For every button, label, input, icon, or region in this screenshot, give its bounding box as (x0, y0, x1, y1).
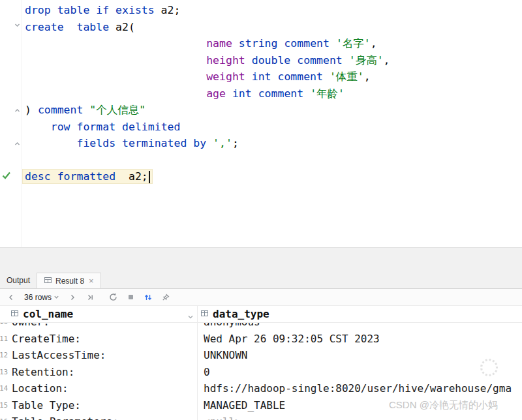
code-token (25, 70, 206, 83)
loading-spinner-watermark (480, 359, 498, 376)
code-token: drop table if exists (25, 4, 155, 16)
code-line[interactable]: drop table if exists a2; (25, 2, 522, 19)
sort-chevron-icon[interactable] (187, 310, 194, 323)
page-size-label: 36 rows (24, 293, 52, 302)
row-number: 14 (0, 380, 9, 397)
code-token: '名字' (336, 37, 371, 50)
cell-data-type[interactable]: 0 (198, 364, 522, 381)
row-number: 12 (0, 347, 9, 364)
row-number: 13 (0, 364, 9, 381)
row-number: 15 (0, 397, 9, 414)
swap-arrows-icon[interactable] (144, 293, 153, 302)
grid-icon (44, 276, 52, 286)
tab-output[interactable]: Output (0, 273, 37, 288)
cell-data-type[interactable]: <null> (198, 413, 522, 420)
tab-result-8[interactable]: Result 8 × (37, 273, 101, 288)
code-line[interactable]: height double comment '身高', (25, 52, 522, 69)
row-number: 10 (0, 323, 9, 331)
code-token: comment (284, 37, 330, 50)
code-token (290, 54, 297, 67)
cell-col-name[interactable]: CreateTime: (9, 331, 198, 348)
code-token (83, 104, 89, 116)
table-row[interactable]: 14Location:hdfs://hadoop-single:8020/use… (0, 380, 522, 397)
code-token: comment (277, 70, 323, 83)
cell-data-type[interactable]: Wed Apr 26 09:32:05 CST 2023 (198, 331, 522, 348)
cell-col-name[interactable]: LastAccessTime: (9, 347, 198, 364)
code-token: int (232, 87, 252, 100)
code-token (25, 137, 76, 149)
column-header-col-name[interactable]: col_name (9, 306, 197, 322)
table-row[interactable]: 12LastAccessTime:UNKNOWN (0, 347, 522, 364)
code-line[interactable]: row format delimited (25, 119, 522, 136)
page-size-dropdown[interactable]: 36 rows (24, 293, 59, 302)
code-line[interactable]: age int comment '年龄' (25, 85, 522, 102)
code-token: "个人信息" (89, 104, 146, 116)
column-header-data-type[interactable]: data_type (197, 306, 522, 322)
code-line[interactable]: weight int comment '体重', (25, 68, 522, 85)
current-statement-highlight: desc formatted a2; (23, 170, 152, 183)
code-token: , (364, 70, 371, 83)
code-line[interactable] (25, 152, 522, 169)
code-token: ',' (213, 137, 232, 149)
code-token (25, 37, 206, 50)
ide-window: drop table if exists a2;create table a2(… (0, 0, 522, 420)
cell-col-name[interactable]: Table Parameters: (9, 413, 198, 420)
sql-editor[interactable]: drop table if exists a2;create table a2(… (0, 0, 522, 248)
column-icon (10, 308, 19, 320)
code-token (343, 54, 349, 67)
code-line[interactable]: desc formatted a2; (25, 168, 522, 185)
result-toolbar: 36 rows (0, 289, 522, 306)
cell-data-type[interactable]: anonymous (198, 323, 522, 331)
code-area[interactable]: drop table if exists a2;create table a2(… (0, 2, 522, 185)
next-page-button[interactable] (68, 293, 77, 302)
code-token: int (252, 70, 271, 83)
tab-output-label: Output (7, 276, 30, 285)
code-line[interactable]: name string comment '名字', (25, 35, 522, 52)
last-page-button[interactable] (85, 293, 95, 302)
code-token: age (206, 87, 226, 100)
code-token: , (371, 37, 377, 50)
code-token (232, 37, 239, 50)
code-token: weight (206, 70, 245, 83)
column-header-label: data_type (213, 308, 269, 320)
code-line[interactable]: create table a2( (25, 19, 522, 36)
code-token: table (76, 21, 109, 33)
code-token: '体重' (330, 70, 364, 83)
pin-icon[interactable] (161, 293, 170, 302)
code-token: create (25, 21, 64, 33)
code-token (252, 87, 258, 100)
refresh-icon[interactable] (108, 292, 118, 302)
code-token (206, 137, 213, 149)
cell-col-name[interactable]: Table Type: (9, 397, 198, 414)
code-token (323, 70, 330, 83)
table-row[interactable]: 16Table Parameters:<null> (0, 413, 522, 420)
code-token (271, 70, 278, 83)
cell-col-name[interactable]: Location: (9, 380, 198, 397)
result-grid-header: col_name data_type (0, 306, 522, 323)
row-number: 16 (0, 413, 9, 420)
code-token: ; (232, 137, 239, 149)
close-icon[interactable]: × (89, 277, 94, 285)
previous-page-button[interactable] (7, 293, 16, 302)
column-header-label: col_name (23, 308, 73, 320)
stop-icon[interactable] (127, 293, 135, 301)
tool-window-tabs: Output Result 8 × (0, 273, 101, 288)
code-token (64, 21, 77, 33)
code-token: '身高' (349, 54, 384, 67)
code-token: row format delimited (51, 121, 181, 133)
table-row[interactable]: 10Owner:anonymous (0, 323, 522, 331)
column-icon (200, 308, 209, 320)
table-row[interactable]: 11CreateTime:Wed Apr 26 09:32:05 CST 202… (0, 331, 522, 348)
code-token: comment (297, 54, 343, 67)
code-token: double (252, 54, 291, 67)
csdn-watermark: CSDN @冷艳无情的小妈 (389, 399, 498, 412)
cell-data-type[interactable]: hdfs://hadoop-single:8020/user/hive/ware… (198, 380, 522, 397)
code-line[interactable]: fields terminated by ','; (25, 135, 522, 152)
table-row[interactable]: 13Retention:0 (0, 364, 522, 381)
code-token: string (239, 37, 278, 50)
code-token (226, 87, 232, 100)
cell-col-name[interactable]: Owner: (9, 323, 198, 331)
code-line[interactable]: ) comment "个人信息" (25, 102, 522, 119)
cell-data-type[interactable]: UNKNOWN (198, 347, 522, 364)
cell-col-name[interactable]: Retention: (9, 364, 198, 381)
